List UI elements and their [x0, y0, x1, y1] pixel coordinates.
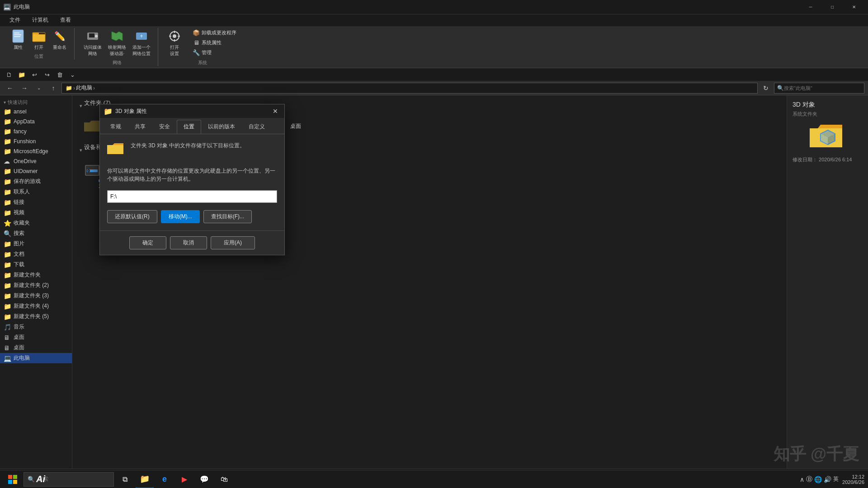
close-button[interactable]: ✕: [844, 0, 864, 14]
folder-icon: 📁: [4, 272, 12, 279]
sidebar-item-search[interactable]: 🔍 搜索: [0, 228, 72, 239]
sidebar-item-video[interactable]: 📁 视频: [0, 207, 72, 218]
sidebar-item-links[interactable]: 📁 链接: [0, 197, 72, 207]
search-box[interactable]: 🔍: [774, 83, 864, 94]
explorer-button[interactable]: 📁: [136, 470, 154, 488]
folder-icon: 📁: [4, 261, 12, 268]
address-box[interactable]: 📁 › 此电脑 ›: [61, 83, 758, 94]
sys-props-button[interactable]: 🖥 系统属性: [190, 38, 239, 47]
sidebar-item-this-pc[interactable]: 💻 此电脑: [0, 353, 72, 363]
svg-rect-8: [89, 33, 94, 38]
ok-button[interactable]: 确定: [129, 236, 166, 249]
sidebar-item-favorites[interactable]: ⭐ 收藏夹: [0, 218, 72, 228]
sidebar-item-desktop1[interactable]: 🖥 桌面: [0, 332, 72, 343]
item-label: 文档: [14, 250, 24, 258]
qa-redo[interactable]: ↪: [42, 69, 52, 80]
sidebar-item-new-folder3[interactable]: 📁 新建文件夹 (3): [0, 291, 72, 301]
media-server-button[interactable]: 访问媒体网络: [82, 28, 104, 58]
sidebar-item-new-folder[interactable]: 📁 新建文件夹: [0, 270, 72, 280]
move-button[interactable]: 移动(M)...: [161, 210, 200, 223]
sidebar-item-desktop2[interactable]: 🖥 桌面: [0, 343, 72, 353]
open-button[interactable]: 打开: [30, 28, 48, 52]
ie-button[interactable]: e: [156, 470, 174, 488]
item-label: 链接: [14, 198, 24, 206]
sidebar-item-fancy[interactable]: 📁 fancy: [0, 127, 72, 136]
window-controls: ─ □ ✕: [800, 0, 864, 14]
devices-expand-arrow: ▾: [80, 147, 82, 153]
sidebar-item-appdata[interactable]: 📁 AppData: [0, 117, 72, 127]
ribbon-tabs: 文件 计算机 查看: [0, 14, 868, 26]
tray-volume[interactable]: 🔊: [824, 476, 831, 483]
tray-time[interactable]: 12:12 2020/6/26: [842, 474, 864, 485]
tab-custom[interactable]: 自定义: [242, 120, 272, 134]
dialog-close-button[interactable]: ✕: [270, 106, 281, 117]
taskview-button[interactable]: ⧉: [116, 470, 134, 488]
tab-computer[interactable]: 计算机: [26, 14, 54, 26]
sidebar-item-downloads[interactable]: 📁 下载: [0, 259, 72, 270]
open-settings-button[interactable]: 打开设置: [165, 28, 184, 58]
properties-button[interactable]: 属性: [9, 28, 27, 52]
search-input[interactable]: [784, 85, 861, 91]
map-drive-button[interactable]: 映射网络驱动器·: [106, 28, 128, 58]
qa-more[interactable]: ⌄: [67, 69, 78, 80]
item-label: UIDowner: [14, 168, 38, 174]
sidebar-item-documents[interactable]: 📁 文档: [0, 249, 72, 259]
up-button[interactable]: ↑: [47, 82, 60, 94]
back-button[interactable]: ←: [4, 82, 16, 94]
manage-button[interactable]: 🔧 管理: [190, 48, 239, 57]
sidebar-item-saved-games[interactable]: 📁 保存的游戏: [0, 176, 72, 187]
tab-file[interactable]: 文件: [4, 14, 26, 26]
tab-previous[interactable]: 以前的版本: [201, 120, 242, 134]
tab-general[interactable]: 常规: [104, 120, 128, 134]
sidebar-item-new-folder5[interactable]: 📁 新建文件夹 (5): [0, 311, 72, 322]
add-network-button[interactable]: + 添加一个网络位置: [131, 28, 152, 58]
sidebar-item-new-folder4[interactable]: 📁 新建文件夹 (4): [0, 301, 72, 311]
refresh-button[interactable]: ↻: [760, 82, 772, 94]
store-button[interactable]: 🛍: [215, 470, 233, 488]
tray-network[interactable]: 🌐: [814, 476, 822, 483]
tab-location[interactable]: 位置: [177, 120, 201, 134]
restore-default-button[interactable]: 还原默认值(R): [107, 210, 157, 223]
svg-point-13: [173, 34, 176, 38]
sidebar-item-uidowner[interactable]: 📁 UIDowner: [0, 166, 72, 176]
sidebar-item-contacts[interactable]: 📁 联系人: [0, 187, 72, 197]
tab-view[interactable]: 查看: [54, 14, 77, 26]
tab-security[interactable]: 安全: [152, 120, 177, 134]
cancel-button[interactable]: 取消: [170, 236, 207, 249]
wechat-icon: 💬: [200, 475, 209, 483]
rename-button[interactable]: ✏️ 重命名: [51, 28, 69, 52]
wechat-button[interactable]: 💬: [195, 470, 213, 488]
sidebar-item-pictures[interactable]: 📁 图片: [0, 239, 72, 249]
forward-button[interactable]: →: [18, 82, 31, 94]
qa-new-folder[interactable]: 📁: [16, 69, 27, 80]
tab-sharing[interactable]: 共享: [128, 120, 152, 134]
sidebar-item-ansel[interactable]: 📁 ansel: [0, 107, 72, 117]
breadcrumb: 📁 › 此电脑 ›: [66, 84, 96, 92]
rename-label: 重命名: [53, 44, 66, 51]
tray-arrow[interactable]: ∧: [800, 476, 804, 483]
sidebar-item-onedrive[interactable]: ☁ OneDrive: [0, 156, 72, 166]
sidebar-item-music[interactable]: 🎵 音乐: [0, 322, 72, 332]
network-group-label: 网络: [113, 60, 122, 66]
maximize-button[interactable]: □: [822, 0, 843, 14]
quick-access-section[interactable]: ▾ 快速访问: [0, 97, 72, 107]
dropdown-button[interactable]: ⌄: [33, 82, 45, 94]
minimize-button[interactable]: ─: [800, 0, 821, 14]
computer-icon: 💻: [4, 355, 12, 362]
qa-undo[interactable]: ↩: [29, 69, 40, 80]
tray-bluetooth[interactable]: Ⓑ: [806, 475, 812, 483]
tray-input-lang[interactable]: 英: [833, 475, 839, 483]
properties-dialog: 📁 3D 对象 属性 ✕ 常规 共享 安全 位置 以前的版本 自定义 文件夹 3…: [99, 104, 285, 255]
sidebar-item-new-folder2[interactable]: 📁 新建文件夹 (2): [0, 280, 72, 291]
dialog-path-input[interactable]: [107, 190, 277, 203]
start-button[interactable]: [4, 470, 22, 488]
qa-delete[interactable]: 🗑: [54, 69, 65, 80]
apply-button[interactable]: 应用(A): [211, 236, 255, 249]
uninstall-button[interactable]: 📦 卸载或更改程序: [190, 28, 239, 37]
item-label: 新建文件夹 (5): [14, 313, 49, 320]
find-target-button[interactable]: 查找目标(F)...: [203, 210, 252, 223]
qa-properties[interactable]: 🗋: [4, 69, 14, 80]
sidebar-item-msedge[interactable]: 📁 MicrosoftEdge: [0, 146, 72, 156]
sidebar-item-funshion[interactable]: 📁 Funshion: [0, 136, 72, 146]
media-player-button[interactable]: ▶: [175, 470, 193, 488]
